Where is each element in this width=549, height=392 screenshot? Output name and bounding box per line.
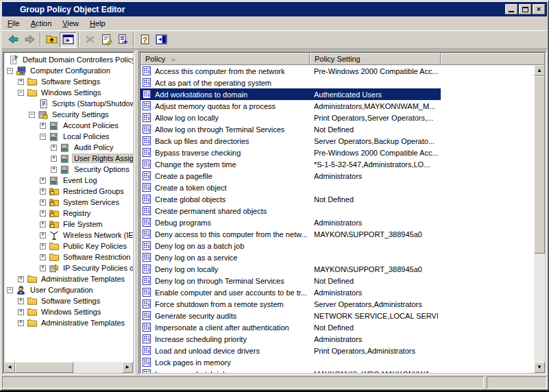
show-console-tree-button[interactable]	[60, 32, 76, 48]
maximize-button[interactable]	[519, 4, 531, 14]
expand-icon[interactable]: +	[51, 167, 57, 173]
scroll-down-button[interactable]: ▼	[534, 362, 545, 373]
tree-item-wireless-network-ieee-802-11-po[interactable]: +Wireless Network (IEEE 802.11) Po	[4, 230, 133, 241]
expand-icon[interactable]: +	[18, 79, 24, 85]
properties-button[interactable]	[98, 32, 114, 48]
title-bar[interactable]: Group Policy Object Editor ×	[2, 2, 547, 16]
policy-row[interactable]: Create a token object	[141, 182, 534, 193]
menu-view[interactable]: View	[57, 18, 84, 29]
expand-icon[interactable]: +	[40, 265, 46, 271]
policy-row[interactable]: Create global objectsNot Defined	[141, 193, 534, 205]
tree-item-security-options[interactable]: +Security Options	[4, 164, 133, 175]
policy-row[interactable]: Generate security auditsNETWORK SERVICE,…	[141, 310, 534, 321]
tree-item-public-key-policies[interactable]: +Public Key Policies	[4, 241, 133, 252]
tree-item-scripts-startup-shutdown[interactable]: Scripts (Startup/Shutdown)	[4, 98, 133, 109]
tree-item-user-rights-assignment[interactable]: +User Rights Assignment	[4, 153, 133, 164]
collapse-icon[interactable]: −	[29, 112, 35, 118]
expand-icon[interactable]: +	[40, 210, 46, 217]
policy-row[interactable]: Create a pagefileAdministrators	[141, 170, 534, 182]
collapse-icon[interactable]: −	[7, 68, 13, 74]
scroll-track[interactable]	[534, 76, 545, 362]
list-vertical-scrollbar[interactable]: ▲ ▼	[534, 65, 545, 373]
policy-row[interactable]: Allow log on locallyPrint Operators,Serv…	[141, 112, 534, 123]
expand-icon[interactable]: +	[40, 123, 46, 129]
tree-item-administrative-templates[interactable]: +Administrative Templates	[4, 317, 133, 328]
tree-item-software-settings[interactable]: +Software Settings	[4, 76, 133, 87]
tree-item-windows-settings[interactable]: +Windows Settings	[4, 306, 133, 317]
policy-row[interactable]: Act as part of the operating system	[141, 77, 534, 88]
tree-item-system-services[interactable]: +System Services	[4, 197, 133, 208]
policy-row[interactable]: Create permanent shared objects	[141, 205, 534, 217]
tree-item-computer-configuration[interactable]: −Computer Configuration	[4, 65, 133, 76]
tree-item-security-settings[interactable]: −Security Settings	[4, 109, 133, 120]
policy-row[interactable]: Force shutdown from a remote systemServe…	[141, 298, 534, 310]
policy-row[interactable]: Back up files and directoriesServer Oper…	[141, 135, 534, 147]
tree-item-software-settings[interactable]: +Software Settings	[4, 295, 133, 306]
expand-icon[interactable]: +	[40, 221, 46, 228]
scroll-left-button[interactable]: ◄	[4, 362, 15, 373]
tree-item-administrative-templates[interactable]: +Administrative Templates	[4, 273, 133, 284]
menu-help[interactable]: Help	[84, 18, 111, 29]
expand-icon[interactable]: +	[51, 156, 57, 162]
expand-icon[interactable]: +	[40, 243, 46, 249]
tree-item-event-log[interactable]: +Event Log	[4, 175, 133, 186]
expand-icon[interactable]: +	[40, 232, 46, 238]
column-header-policy[interactable]: Policy	[141, 53, 310, 65]
scroll-thumb[interactable]	[15, 362, 73, 373]
tree-item-restricted-groups[interactable]: +Restricted Groups	[4, 186, 133, 197]
tree-horizontal-scrollbar[interactable]: ◄ ►	[4, 362, 133, 373]
policy-row[interactable]: Deny access to this computer from the ne…	[141, 228, 534, 240]
tree-item-file-system[interactable]: +File System	[4, 219, 133, 230]
policy-row[interactable]: Impersonate a client after authenticatio…	[141, 321, 534, 333]
policy-row[interactable]: Increase scheduling priorityAdministrato…	[141, 333, 534, 345]
scroll-right-button[interactable]: ►	[122, 362, 133, 373]
policy-row[interactable]: Debug programsAdministrators	[141, 217, 534, 228]
back-arrow-button[interactable]	[5, 32, 21, 48]
policy-row[interactable]: Bypass traverse checkingPre-Windows 2000…	[141, 147, 534, 158]
tree-item-registry[interactable]: +Registry	[4, 208, 133, 219]
tree-item-software-restriction-policies[interactable]: +Software Restriction Policies	[4, 252, 133, 262]
policy-row[interactable]: Adjust memory quotas for a processAdmini…	[141, 100, 534, 112]
minimize-button[interactable]	[505, 4, 517, 14]
policy-row[interactable]: Lock pages in memory	[141, 356, 534, 368]
expand-icon[interactable]: +	[40, 188, 46, 195]
column-header-policy-setting[interactable]: Policy Setting	[310, 53, 441, 65]
policy-row[interactable]: Enable computer and user accounts to be …	[141, 286, 534, 298]
show-action-pane-button[interactable]	[153, 32, 169, 48]
expand-icon[interactable]: +	[18, 276, 24, 282]
policy-row[interactable]: Deny log on locallyMAYKON\SUPPORT_388945…	[141, 263, 534, 275]
expand-icon[interactable]: +	[18, 320, 24, 326]
expand-icon[interactable]: +	[18, 298, 24, 304]
tree-item-user-configuration[interactable]: −User Configuration	[4, 284, 133, 295]
policy-row[interactable]: Deny log on through Terminal ServicesNot…	[141, 275, 534, 286]
tree-item-account-policies[interactable]: +Account Policies	[4, 120, 133, 131]
scroll-up-button[interactable]: ▲	[534, 65, 545, 76]
collapse-icon[interactable]: −	[18, 90, 24, 96]
tree-item-default-domain-controllers-policy-m[interactable]: Default Domain Controllers Policy [m	[4, 54, 133, 65]
close-button[interactable]: ×	[533, 4, 545, 14]
policy-row[interactable]: Log on as a batch jobMAYKON\IIS_WPG,MAYK…	[141, 368, 534, 373]
menu-file[interactable]: File	[2, 18, 25, 29]
policy-row[interactable]: Load and unload device driversPrint Oper…	[141, 345, 534, 356]
expand-icon[interactable]: +	[51, 145, 57, 151]
up-one-level-button[interactable]	[43, 32, 60, 48]
help-button[interactable]: ?	[136, 32, 153, 48]
policy-row[interactable]: Add workstations to domainAuthenticated …	[141, 88, 534, 100]
policy-row[interactable]: Deny log on as a service	[141, 252, 534, 263]
expand-icon[interactable]: +	[40, 199, 46, 206]
collapse-icon[interactable]: −	[40, 134, 46, 140]
tree-item-ip-security-policies-on-active-dire[interactable]: +IP Security Policies on Active Dire	[4, 262, 133, 273]
export-list-button[interactable]	[114, 32, 131, 48]
tree-item-audit-policy[interactable]: +Audit Policy	[4, 142, 133, 153]
scroll-track[interactable]	[15, 362, 122, 373]
menu-action[interactable]: Action	[25, 18, 58, 29]
tree-item-windows-settings[interactable]: −Windows Settings	[4, 87, 133, 98]
collapse-icon[interactable]: −	[7, 287, 13, 293]
policy-row[interactable]: Allow log on through Terminal ServicesNo…	[141, 123, 534, 135]
policy-row[interactable]: Deny log on as a batch job	[141, 240, 534, 252]
expand-icon[interactable]: +	[40, 254, 46, 260]
expand-icon[interactable]: +	[40, 177, 46, 184]
scroll-thumb[interactable]	[534, 76, 545, 254]
policy-row[interactable]: Change the system time*S-1-5-32-547,Admi…	[141, 158, 534, 170]
tree-item-local-policies[interactable]: −Local Policies	[4, 131, 133, 142]
